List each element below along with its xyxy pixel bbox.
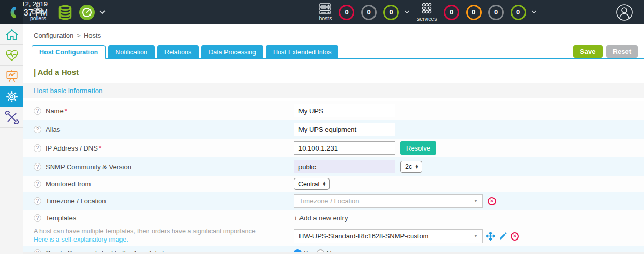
hosts-dropdown-chevron-icon[interactable]: [404, 10, 410, 14]
centreon-app: pollers: [0, 0, 644, 254]
heart-pulse-icon: [5, 49, 19, 62]
hosts-unreachable-counter[interactable]: 0: [361, 5, 377, 20]
tab-bar: Host Configuration Notification Relation…: [32, 45, 644, 59]
form-row-timezone: ? Timezone / Location Timezone / Locatio…: [23, 192, 644, 210]
services-dots-icon: [420, 3, 433, 15]
gauge-icon: [79, 4, 95, 21]
services-warning-counter[interactable]: 0: [466, 5, 482, 20]
tab-notification[interactable]: Notification: [108, 45, 155, 59]
reset-button[interactable]: Reset: [606, 45, 638, 58]
top-bar: pollers: [0, 0, 644, 24]
templates-helper-text: A host can have multiple templates, thei…: [34, 227, 294, 236]
alias-input[interactable]: [294, 123, 395, 136]
ip-input[interactable]: [294, 141, 395, 155]
help-icon[interactable]: ?: [34, 214, 41, 222]
sidebar-item-home[interactable]: [0, 24, 23, 45]
form-row-ip-address: ? IP Address / DNS* Resolve: [23, 139, 644, 157]
services-label: services: [417, 16, 437, 22]
timezone-clear-icon[interactable]: ✕: [488, 197, 496, 205]
help-icon[interactable]: ?: [34, 107, 41, 115]
hosts-down-counter[interactable]: 0: [339, 5, 354, 20]
timezone-select[interactable]: Timezone / Location ▼: [294, 194, 483, 208]
centreon-logo-icon: [5, 6, 18, 19]
main-content: Configuration>Hosts Host Configuration N…: [23, 24, 644, 254]
sidebar-item-administration[interactable]: [0, 107, 23, 128]
add-template-entry-link[interactable]: + Add a new entry: [294, 214, 636, 225]
pollers-menu[interactable]: pollers: [30, 0, 54, 24]
required-asterisk: *: [99, 144, 101, 152]
sidebar-item-configuration[interactable]: [0, 86, 23, 107]
hosts-status-group: hosts 0 0 0: [319, 0, 410, 24]
hosts-label: hosts: [319, 15, 332, 21]
services-unknown-counter[interactable]: 0: [488, 5, 504, 20]
resolve-button[interactable]: Resolve: [400, 141, 436, 155]
hosts-server-icon: [319, 3, 332, 14]
timezone-label: Timezone / Location: [46, 197, 106, 205]
breadcrumb-hosts[interactable]: Hosts: [84, 32, 101, 39]
delete-template-icon[interactable]: ✕: [511, 232, 519, 241]
tab-relations[interactable]: Relations: [157, 45, 199, 59]
alias-label: Alias: [46, 126, 60, 133]
form-row-name: ? Name*: [23, 101, 644, 120]
services-critical-counter[interactable]: 0: [444, 5, 459, 20]
breadcrumb-configuration[interactable]: Configuration: [34, 32, 73, 39]
sidebar-item-reporting[interactable]: [0, 66, 23, 86]
user-menu[interactable]: [616, 0, 633, 24]
sidebar: [0, 24, 23, 254]
hosts-up-counter[interactable]: 0: [383, 5, 399, 20]
help-icon[interactable]: ?: [34, 197, 41, 205]
snmp-version-select[interactable]: 2c ▲▼: [400, 161, 422, 173]
poller-statistics[interactable]: [79, 0, 95, 24]
templates-helper-link[interactable]: Here is a self-explanatory image.: [34, 236, 294, 243]
database-icon: [57, 4, 73, 21]
breadcrumb: Configuration>Hosts: [23, 24, 644, 39]
help-icon[interactable]: ?: [34, 163, 41, 171]
dropdown-caret-icon: ▼: [474, 234, 478, 238]
ip-label: IP Address / DNS*: [46, 144, 101, 152]
form-row-alias: ? Alias: [23, 120, 644, 139]
database-status[interactable]: [57, 0, 73, 24]
form-row-templates: ? Templates A host can have multiple tem…: [23, 210, 644, 246]
pollers-label: pollers: [30, 15, 46, 21]
breadcrumb-separator: >: [77, 32, 81, 39]
select-spinner-icon: ▲▼: [415, 165, 418, 169]
monitored-from-select[interactable]: Central ▲▼: [294, 178, 330, 190]
move-template-icon[interactable]: [486, 232, 495, 241]
tab-host-configuration[interactable]: Host Configuration: [32, 45, 106, 59]
chart-easel-icon: [5, 70, 19, 82]
services-status-group: services 0 0 0 0: [417, 0, 537, 24]
dropdown-caret-icon: ▼: [474, 199, 478, 203]
services-ok-counter[interactable]: 0: [511, 5, 526, 20]
services-dropdown-chevron-icon[interactable]: [531, 10, 537, 14]
help-icon[interactable]: ?: [34, 180, 41, 188]
section-header-host-basic-information: Host basic information: [23, 83, 644, 98]
select-spinner-icon: ▲▼: [322, 182, 326, 186]
tab-data-processing[interactable]: Data Processing: [201, 45, 263, 59]
sidebar-item-monitoring[interactable]: [0, 45, 23, 66]
next-section-edge: [23, 252, 644, 254]
monitored-from-label: Monitored from: [46, 180, 91, 188]
edit-template-pencil-icon[interactable]: [499, 232, 507, 241]
page-title: | Add a Host: [34, 68, 644, 77]
template-select[interactable]: HW-UPS-Standard-Rfc1628-SNMP-custom ▼: [294, 229, 483, 243]
name-input[interactable]: [294, 104, 395, 117]
save-button[interactable]: Save: [573, 45, 602, 58]
gear-icon: [5, 90, 19, 103]
host-form: ? Name* ? Alias ?: [23, 101, 644, 254]
help-icon[interactable]: ?: [34, 144, 41, 152]
form-row-snmp: ? SNMP Community & Version 2c ▲▼: [23, 157, 644, 176]
templates-label: Templates: [46, 214, 76, 222]
poller-dropdown-chevron-icon[interactable]: [99, 0, 106, 24]
form-row-monitored-from: ? Monitored from Central ▲▼: [23, 176, 644, 192]
centreon-logo[interactable]: [0, 0, 23, 24]
name-label: Name*: [46, 107, 67, 115]
help-icon[interactable]: ?: [34, 126, 41, 133]
tools-icon: [5, 111, 19, 124]
services-menu[interactable]: services: [417, 3, 437, 22]
snmp-community-input[interactable]: [294, 160, 395, 173]
pollers-tree-icon: [32, 3, 44, 14]
user-avatar-icon: [616, 4, 633, 21]
hosts-menu[interactable]: hosts: [319, 3, 332, 21]
snmp-label: SNMP Community & Version: [46, 163, 131, 171]
tab-host-extended-infos[interactable]: Host Extended Infos: [266, 45, 339, 59]
